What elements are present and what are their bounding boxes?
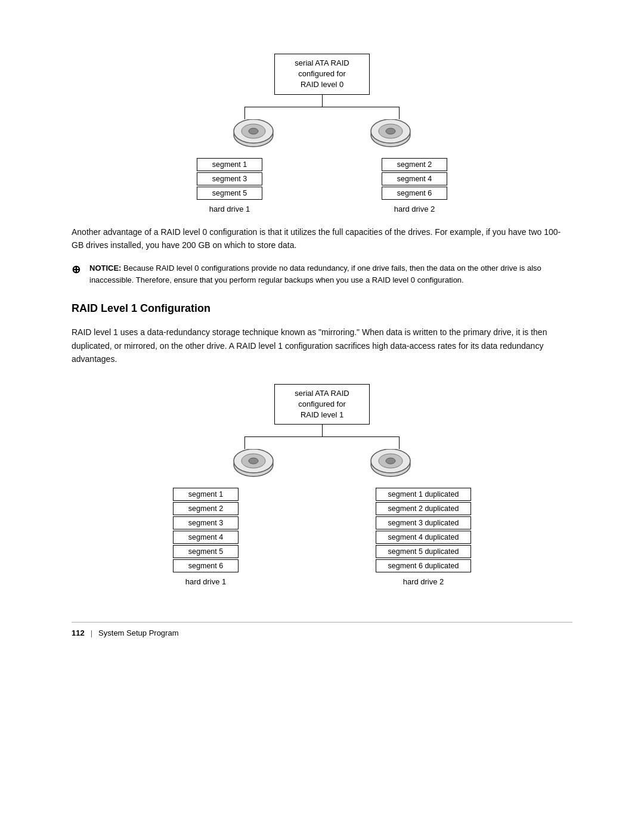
lines-raid1 xyxy=(72,425,572,482)
seg-3-1: segment 3 xyxy=(173,516,239,529)
footer-separator: | xyxy=(91,628,92,637)
diagram-raid1: serial ATA RAIDconfigured forRAID level … xyxy=(72,384,572,587)
paragraph-raid1-intro: RAID level 1 uses a data-redundancy stor… xyxy=(72,326,572,366)
section-heading-raid1: RAID Level 1 Configuration xyxy=(72,302,572,315)
seg-1-0: segment 1 xyxy=(197,158,262,171)
left-segments-1: segment 1 segment 2 segment 3 segment 4 … xyxy=(173,488,239,586)
seg-4-dup: segment 4 duplicated xyxy=(376,531,471,544)
notice-text: NOTICE: Because RAID level 0 configurati… xyxy=(89,262,572,286)
seg-1-1: segment 1 xyxy=(173,488,239,501)
diagram-raid0: serial ATA RAIDconfigured forRAID level … xyxy=(72,54,572,213)
controller-box-raid0: serial ATA RAIDconfigured forRAID level … xyxy=(274,54,370,95)
seg-5-0: segment 5 xyxy=(197,187,262,200)
seg-5-dup: segment 5 duplicated xyxy=(376,545,471,558)
seg-2-1: segment 2 xyxy=(173,502,239,515)
drive-label-left-0: hard drive 1 xyxy=(209,205,250,213)
hard-drive-right-0 xyxy=(370,119,411,152)
drive-label-right-0: hard drive 2 xyxy=(394,205,435,213)
seg-3-0: segment 3 xyxy=(197,172,262,185)
right-segments-1: segment 1 duplicated segment 2 duplicate… xyxy=(376,488,471,586)
notice-icon: ⊕ xyxy=(72,263,85,276)
footer-section: System Setup Program xyxy=(98,628,178,637)
seg-1-dup: segment 1 duplicated xyxy=(376,488,471,501)
drive-label-left-1: hard drive 1 xyxy=(185,577,227,586)
lines-raid0 xyxy=(72,95,572,152)
seg-6-dup: segment 6 duplicated xyxy=(376,559,471,572)
svg-point-15 xyxy=(386,458,395,464)
seg-3-dup: segment 3 duplicated xyxy=(376,516,471,529)
left-segments-0: segment 1 segment 3 segment 5 hard drive… xyxy=(197,158,262,213)
controller-box-raid1: serial ATA RAIDconfigured forRAID level … xyxy=(274,384,370,425)
drive-label-right-1: hard drive 2 xyxy=(403,577,444,586)
seg-2-dup: segment 2 duplicated xyxy=(376,502,471,515)
seg-4-0: segment 4 xyxy=(382,172,447,185)
notice-label: NOTICE: xyxy=(89,264,121,272)
segments-row-0: segment 1 segment 3 segment 5 hard drive… xyxy=(197,158,447,213)
svg-point-7 xyxy=(386,128,395,134)
seg-6-0: segment 6 xyxy=(382,187,447,200)
svg-point-11 xyxy=(249,458,258,464)
segments-row-1: segment 1 segment 2 segment 3 segment 4 … xyxy=(173,488,471,586)
hard-drive-right-1 xyxy=(370,449,411,482)
right-segments-0: segment 2 segment 4 segment 6 hard drive… xyxy=(382,158,447,213)
seg-5-1: segment 5 xyxy=(173,545,239,558)
notice-body: Because RAID level 0 configurations prov… xyxy=(89,264,541,284)
page-number: 112 xyxy=(72,628,85,637)
notice-block: ⊕ NOTICE: Because RAID level 0 configura… xyxy=(72,262,572,286)
paragraph-raid0-advantage: Another advantage of a RAID level 0 conf… xyxy=(72,225,572,252)
seg-2-0: segment 2 xyxy=(382,158,447,171)
hard-drive-left-1 xyxy=(233,449,274,482)
svg-point-3 xyxy=(249,128,258,134)
footer: 112 | System Setup Program xyxy=(72,622,572,637)
hard-drive-left-0 xyxy=(233,119,274,152)
seg-6-1: segment 6 xyxy=(173,559,239,572)
seg-4-1: segment 4 xyxy=(173,531,239,544)
